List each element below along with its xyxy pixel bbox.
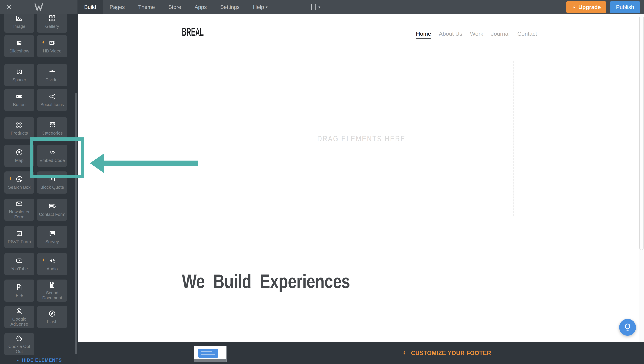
element-tile[interactable]: Slideshow bbox=[4, 35, 34, 57]
drop-zone[interactable]: DRAG ELEMENTS HERE bbox=[209, 61, 514, 216]
footer-promo-bar: CUSTOMIZE YOUR FOOTER bbox=[78, 342, 644, 364]
pointer-arrow-head-icon bbox=[90, 154, 104, 173]
pro-bolt-icon bbox=[41, 40, 46, 44]
element-tile[interactable]: Scribd Document bbox=[37, 280, 67, 302]
tablet-icon bbox=[309, 3, 318, 12]
topbar-tab[interactable]: Build ▾ bbox=[78, 0, 103, 14]
hd-video-icon bbox=[48, 39, 56, 47]
map-icon bbox=[16, 148, 23, 156]
help-chat-button[interactable] bbox=[619, 319, 636, 336]
footer-preview-blue-box bbox=[198, 348, 218, 358]
file-icon bbox=[16, 284, 23, 291]
categories-icon bbox=[48, 121, 56, 129]
chevron-down-icon: ▾ bbox=[318, 5, 320, 10]
bolt-icon bbox=[402, 350, 407, 356]
rsvp-form-icon bbox=[16, 230, 23, 238]
element-tile[interactable]: Products bbox=[4, 117, 34, 140]
spacer-icon bbox=[16, 68, 23, 76]
topbar-tab[interactable]: Apps ▾ bbox=[188, 0, 214, 14]
site-nav-item[interactable]: Journal bbox=[491, 30, 510, 37]
site-logo[interactable]: BREAL bbox=[182, 26, 204, 38]
element-tile[interactable]: Audio bbox=[37, 253, 67, 275]
element-tile[interactable]: Flash bbox=[37, 306, 67, 328]
element-tile[interactable]: Social Icons bbox=[37, 89, 67, 111]
topbar-nav: Build ▾ Pages ▾ Theme ▾ Store ▾ Apps ▾ S… bbox=[78, 0, 274, 14]
site-nav-item[interactable]: About Us bbox=[439, 30, 462, 37]
highlight-box bbox=[30, 138, 84, 178]
scribd-document-icon bbox=[48, 281, 56, 288]
close-icon[interactable]: ✕ bbox=[6, 0, 12, 14]
device-preview-button[interactable]: ▾ bbox=[309, 3, 320, 12]
lightbulb-icon bbox=[622, 322, 633, 332]
youtube-icon bbox=[16, 257, 23, 264]
survey-icon bbox=[48, 230, 56, 238]
bolt-icon bbox=[572, 5, 577, 10]
element-tile[interactable]: Categories bbox=[37, 117, 67, 140]
site-nav-item[interactable]: Work bbox=[470, 30, 483, 37]
pro-bolt-icon bbox=[9, 176, 13, 181]
pointer-arrow bbox=[101, 160, 198, 166]
topbar-tab[interactable]: Theme ▾ bbox=[132, 0, 162, 14]
drop-zone-label: DRAG ELEMENTS HERE bbox=[317, 134, 406, 143]
element-tile[interactable]: RSVP Form bbox=[4, 226, 34, 248]
element-tile[interactable]: Button bbox=[4, 89, 34, 111]
topbar-tab[interactable]: Store ▾ bbox=[162, 0, 188, 14]
site-heading[interactable]: We Build Experiences bbox=[182, 270, 350, 292]
products-icon bbox=[16, 121, 23, 129]
divider-icon bbox=[48, 68, 56, 76]
site-nav-item[interactable]: Home bbox=[416, 30, 431, 38]
upgrade-button[interactable]: Upgrade bbox=[566, 1, 606, 13]
slideshow-icon bbox=[16, 39, 23, 47]
element-tile[interactable]: Survey bbox=[37, 226, 67, 248]
search-box-icon bbox=[16, 175, 23, 183]
topbar-tab[interactable]: Help ▾ bbox=[246, 0, 274, 14]
editor-topbar: ✕ Build ▾ Pages ▾ Theme ▾ Store ▾ Apps bbox=[0, 0, 644, 14]
element-tile[interactable]: Google AdSense bbox=[4, 306, 34, 328]
element-tile[interactable]: YouTube bbox=[4, 253, 34, 275]
element-tile[interactable]: Divider bbox=[37, 64, 67, 86]
weebly-editor: Image Gallery Slideshow HD Video Spa bbox=[0, 0, 644, 364]
customize-footer-button[interactable]: CUSTOMIZE YOUR FOOTER bbox=[402, 342, 498, 364]
element-tile[interactable]: Newsletter Form bbox=[4, 198, 34, 221]
panel-scrollbar-thumb[interactable] bbox=[75, 93, 77, 354]
elements-panel: Image Gallery Slideshow HD Video Spa bbox=[0, 0, 78, 364]
element-tile[interactable]: HD Video bbox=[37, 35, 67, 57]
audio-icon bbox=[48, 257, 56, 264]
page-scrollbar bbox=[639, 14, 644, 342]
gallery-icon bbox=[48, 14, 56, 22]
hide-elements-link[interactable]: ▲HIDE ELEMENTS bbox=[0, 358, 78, 363]
weebly-logo-icon bbox=[34, 2, 44, 12]
chevron-down-icon: ▾ bbox=[266, 5, 268, 10]
element-tile[interactable]: Cookie Opt Out bbox=[4, 333, 34, 355]
social-icons-icon bbox=[48, 93, 56, 100]
footer-preview-image bbox=[194, 346, 227, 362]
element-tile[interactable]: File bbox=[4, 280, 34, 302]
site-nav: HomeAbout UsWorkJournalContact bbox=[416, 30, 537, 38]
page-scrollbar-thumb[interactable] bbox=[639, 16, 643, 250]
element-tile[interactable]: Contact Form bbox=[37, 198, 67, 221]
image-icon bbox=[16, 14, 23, 22]
flash-icon bbox=[48, 310, 56, 318]
newsletter-form-icon bbox=[16, 200, 23, 208]
element-tile[interactable]: Spacer bbox=[4, 64, 34, 86]
cookie-opt-out-icon bbox=[16, 334, 23, 342]
button-icon bbox=[16, 93, 23, 100]
pro-bolt-icon bbox=[41, 258, 46, 262]
google-adsense-icon bbox=[16, 307, 23, 315]
topbar-tab[interactable]: Settings ▾ bbox=[214, 0, 246, 14]
contact-form-icon bbox=[48, 202, 56, 210]
publish-button[interactable]: Publish bbox=[610, 1, 640, 13]
topbar-tab[interactable]: Pages ▾ bbox=[103, 0, 132, 14]
site-nav-item[interactable]: Contact bbox=[517, 30, 537, 37]
triangle-up-icon: ▲ bbox=[16, 358, 20, 362]
footer-preview-strip bbox=[194, 359, 226, 362]
